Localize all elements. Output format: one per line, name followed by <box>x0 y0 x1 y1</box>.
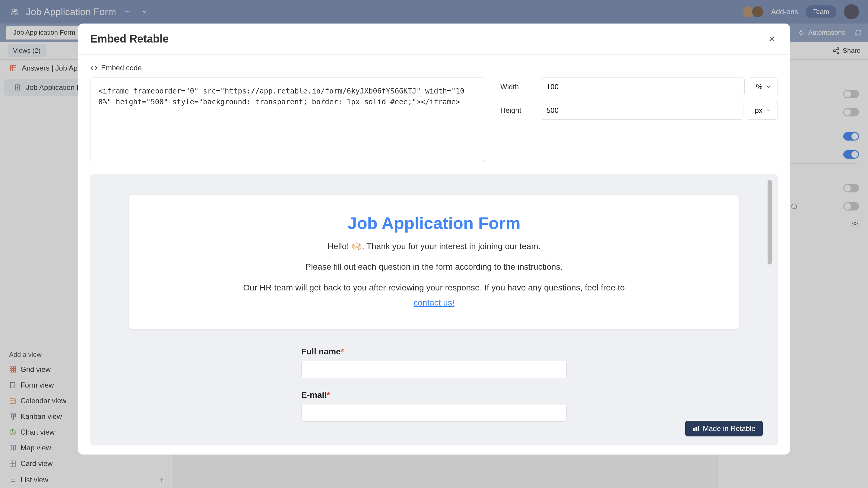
field-label: Full name* <box>301 347 567 357</box>
height-row: Height 500 px <box>500 101 778 120</box>
height-label: Height <box>500 106 533 115</box>
embed-label: Embed code <box>101 64 142 72</box>
form-header-card: Job Application Form Hello! 🙌🏻. Thank yo… <box>129 195 739 329</box>
embed-code-box[interactable]: <iframe frameborder="0" src="https://app… <box>90 78 485 162</box>
form-desc-1: Hello! 🙌🏻. Thank you for your interest i… <box>154 239 714 254</box>
embed-label-row: Embed code <box>90 64 778 72</box>
contact-link[interactable]: contact us! <box>413 298 454 307</box>
height-unit-select[interactable]: px <box>748 101 778 120</box>
width-label: Width <box>500 83 533 91</box>
badge-label: Made in Retable <box>703 424 755 433</box>
close-button[interactable] <box>766 33 778 45</box>
form-desc-3: Our HR team will get back to you after r… <box>154 280 714 311</box>
modal-overlay: Embed Retable Embed code <iframe framebo… <box>0 0 868 488</box>
svg-rect-25 <box>695 427 697 431</box>
preview-scrollbar[interactable] <box>768 180 772 439</box>
field-email: E-mail* <box>301 390 567 422</box>
svg-rect-24 <box>693 428 694 431</box>
form-title: Job Application Form <box>154 213 714 233</box>
field-fullname: Full name* <box>301 347 567 378</box>
embed-row: <iframe frameborder="0" src="https://app… <box>90 78 778 162</box>
fullname-input[interactable] <box>301 361 567 378</box>
dimension-controls: Width 100 % Height 500 px <box>500 78 778 162</box>
width-input[interactable]: 100 <box>541 78 745 96</box>
unit-label: % <box>756 83 763 91</box>
modal-header: Embed Retable <box>78 24 790 55</box>
form-desc-2: Please fill out each question in the for… <box>154 260 714 274</box>
svg-rect-26 <box>698 426 699 431</box>
embed-modal: Embed Retable Embed code <iframe framebo… <box>78 24 790 455</box>
unit-label: px <box>755 106 763 115</box>
width-row: Width 100 % <box>500 78 778 96</box>
modal-title: Embed Retable <box>90 33 168 45</box>
code-icon <box>90 64 97 71</box>
form-preview-wrap: Job Application Form Hello! 🙌🏻. Thank yo… <box>90 174 778 446</box>
modal-body: Embed code <iframe frameborder="0" src="… <box>78 55 790 455</box>
height-input[interactable]: 500 <box>541 101 743 120</box>
width-unit-select[interactable]: % <box>749 78 778 96</box>
email-input[interactable] <box>301 404 567 422</box>
field-label: E-mail* <box>301 390 567 400</box>
made-in-retable-badge[interactable]: Made in Retable <box>685 421 763 436</box>
